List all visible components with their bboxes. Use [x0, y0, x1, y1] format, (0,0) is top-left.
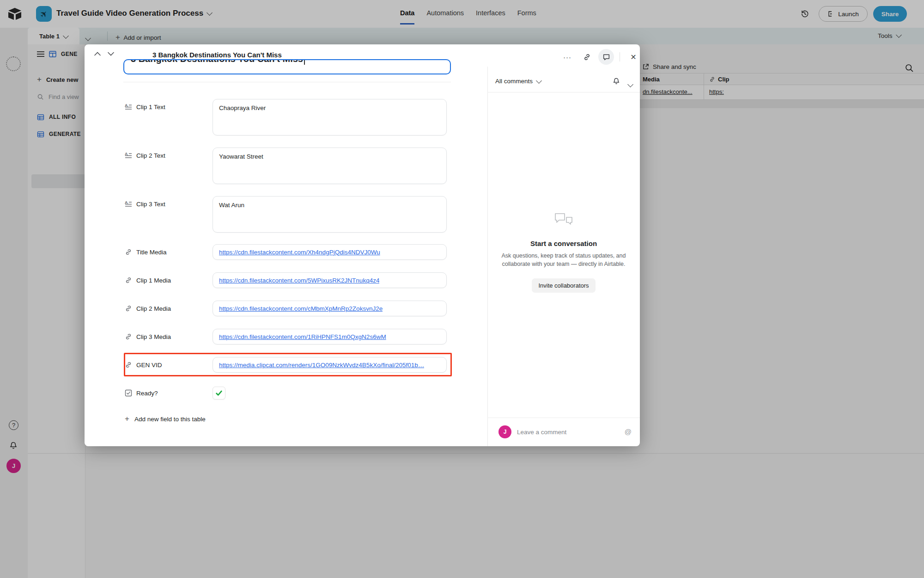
link-icon	[125, 248, 132, 256]
field-label-clip1-media[interactable]: Clip 1 Media	[125, 277, 171, 284]
comment-composer[interactable]: J Leave a comment @	[487, 418, 640, 446]
field-value-clip3-text[interactable]: Wat Arun	[213, 196, 447, 233]
field-value-clip1-text[interactable]: Chaopraya River	[213, 99, 447, 135]
field-label-clip3-text[interactable]: A Clip 3 Text	[125, 200, 165, 208]
long-text-icon: A	[125, 103, 132, 111]
link-icon	[125, 277, 132, 284]
url-link[interactable]: https://cdn.filestackcontent.com/cMbmXpM…	[219, 305, 383, 312]
url-link[interactable]: https://media.clipcat.com/renders/1GO09N…	[219, 362, 424, 369]
previous-record-chevron-up-icon[interactable]	[94, 51, 101, 56]
empty-state-title: Start a conversation	[487, 240, 640, 247]
field-value-title-media: https://cdn.filestackcontent.com/Xh4ndgP…	[213, 244, 447, 260]
url-link[interactable]: https://cdn.filestackcontent.com/1RiHPNF…	[219, 333, 386, 340]
field-label-title-media[interactable]: Title Media	[125, 248, 167, 256]
url-link[interactable]: https://cdn.filestackcontent.com/Xh4ndgP…	[219, 249, 380, 256]
link-icon	[125, 305, 132, 312]
comments-panel: All comments Start a conversation Ask qu…	[487, 44, 640, 446]
field-label-clip2-media[interactable]: Clip 2 Media	[125, 305, 171, 312]
ready-checkbox[interactable]	[213, 387, 225, 400]
checkbox-field-icon	[125, 389, 132, 397]
record-title: 3 Bangkok Destinations You Can't Miss	[152, 51, 282, 59]
invite-collaborators-button[interactable]: Invite collaborators	[532, 278, 595, 293]
avatar: J	[498, 425, 511, 438]
comments-filter-dropdown[interactable]: All comments	[495, 78, 541, 85]
field-value-clip2-media: https://cdn.filestackcontent.com/cMbmXpM…	[213, 301, 447, 316]
field-value-clip2-text[interactable]: Yaowarat Street	[213, 148, 447, 184]
speech-bubbles-icon	[553, 211, 575, 229]
field-label-clip3-media[interactable]: Clip 3 Media	[125, 333, 171, 340]
link-icon	[125, 333, 132, 340]
field-label-clip2-text[interactable]: A Clip 2 Text	[125, 152, 165, 159]
next-record-chevron-down-icon[interactable]	[107, 51, 115, 56]
long-text-icon: A	[125, 200, 132, 208]
divider	[487, 92, 640, 92]
comments-empty-state: Start a conversation Ask questions, keep…	[487, 211, 640, 293]
mention-at-icon[interactable]: @	[625, 428, 632, 436]
plus-icon: +	[125, 414, 129, 424]
field-label-gen-vid[interactable]: GEN VID	[125, 361, 162, 369]
empty-state-body: Ask questions, keep track of status upda…	[487, 252, 640, 268]
field-value-clip1-media: https://cdn.filestackcontent.com/5WPixus…	[213, 272, 447, 288]
field-label-ready[interactable]: Ready?	[125, 389, 158, 397]
add-new-field-button[interactable]: + Add new field to this table	[125, 414, 206, 424]
divider	[123, 82, 451, 82]
url-link[interactable]: https://cdn.filestackcontent.com/5WPixus…	[219, 277, 379, 284]
comment-notifications-bell-icon[interactable]	[612, 77, 620, 86]
chevron-down-icon	[536, 78, 542, 84]
bell-options-dropdown[interactable]	[628, 80, 632, 88]
chevron-down-icon	[627, 81, 633, 87]
text-cursor	[304, 59, 305, 65]
record-title-input[interactable]: 3 Bangkok Destinations You Can't Miss	[123, 59, 451, 74]
long-text-icon: A	[125, 152, 132, 159]
expanded-record-modal: 3 Bangkok Destinations You Can't Miss ··…	[85, 44, 640, 446]
check-icon	[215, 389, 223, 397]
comment-input-placeholder[interactable]: Leave a comment	[517, 429, 566, 436]
field-label-clip1-text[interactable]: A Clip 1 Text	[125, 103, 165, 111]
field-value-clip3-media: https://cdn.filestackcontent.com/1RiHPNF…	[213, 329, 447, 344]
field-value-gen-vid: https://media.clipcat.com/renders/1GO09N…	[213, 357, 447, 373]
link-icon	[125, 361, 132, 369]
